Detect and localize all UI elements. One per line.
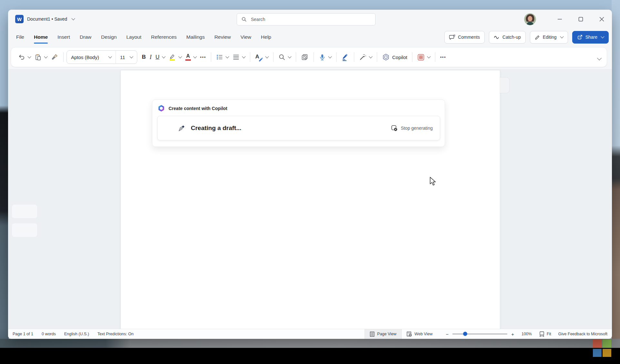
editor-button[interactable] [339, 50, 351, 64]
bold-letter: B [142, 54, 146, 60]
undo-button[interactable] [16, 50, 33, 64]
search-box[interactable] [237, 13, 376, 25]
chevron-down-icon [130, 55, 133, 58]
web-view-label: Web View [415, 332, 433, 336]
chevron-down-icon [178, 55, 182, 58]
chevron-down-icon [601, 35, 604, 38]
tab-design[interactable]: Design [101, 33, 117, 41]
feedback-link[interactable]: Give Feedback to Microsoft [555, 332, 612, 336]
document-canvas[interactable]: Create content with Copilot Creating a d… [8, 69, 612, 329]
copilot-icon [382, 53, 390, 61]
page-view-button[interactable]: Page View [365, 329, 402, 339]
tab-mailings[interactable]: Mailings [186, 33, 205, 41]
styles-button[interactable]: A [253, 50, 270, 64]
desktop-wallpaper-left [0, 0, 9, 364]
bold-button[interactable]: B [140, 50, 148, 64]
dictate-button[interactable] [317, 50, 333, 64]
fit-button[interactable]: Fit [535, 331, 555, 337]
stop-generating-button[interactable]: Stop generating [391, 125, 433, 132]
zoom-in-button[interactable]: + [507, 331, 518, 337]
svg-text:@: @ [453, 34, 455, 37]
page-count[interactable]: Page 1 of 1 [13, 332, 33, 336]
more-toolbar-options-button[interactable]: ••• [438, 50, 448, 64]
copilot-card: Create content with Copilot Creating a d… [152, 99, 445, 147]
toolbar-divider [63, 52, 64, 62]
comments-button[interactable]: @ Comments [444, 31, 485, 44]
text-predictions-status[interactable]: Text Predictions: On [98, 332, 134, 336]
minimize-button[interactable] [553, 12, 567, 26]
tab-layout[interactable]: Layout [126, 33, 142, 41]
word-window: W Document1 • Saved [8, 10, 612, 339]
close-button[interactable] [594, 12, 609, 26]
tab-draw[interactable]: Draw [79, 33, 92, 41]
font-size-select[interactable]: 11 [116, 51, 137, 64]
editing-mode-button[interactable]: Editing [530, 31, 568, 44]
tab-insert[interactable]: Insert [57, 33, 70, 41]
find-magnifier-icon [278, 54, 285, 61]
format-painter-button[interactable] [49, 50, 60, 64]
share-button[interactable]: Share [572, 31, 609, 44]
avatar-image [524, 13, 536, 25]
chevron-down-icon [265, 55, 269, 58]
zoom-out-button[interactable]: − [442, 331, 452, 337]
tab-help[interactable]: Help [261, 33, 272, 41]
catch-up-button[interactable]: Catch-up [489, 31, 526, 44]
find-button[interactable] [276, 50, 293, 64]
zoom-level[interactable]: 100% [518, 332, 535, 336]
underline-button[interactable]: U [154, 50, 167, 64]
styles-icon: A [255, 53, 263, 61]
tab-review[interactable]: Review [214, 33, 231, 41]
ribbon-tab-bar: File Home Insert Draw Design Layout Refe… [8, 28, 612, 46]
font-color-letter: A [186, 54, 190, 59]
tab-references[interactable]: References [151, 33, 177, 41]
collapse-ribbon-button[interactable] [596, 55, 601, 61]
word-logo-letter: W [17, 16, 22, 22]
add-ins-button[interactable] [415, 50, 432, 64]
copilot-button[interactable]: Copilot [380, 50, 409, 64]
status-left: Page 1 of 1 0 words English (U.S.) Text … [8, 332, 134, 336]
pages-search-icon [301, 54, 309, 61]
chevron-down-icon [44, 55, 47, 58]
ribbon-right-actions: @ Comments Catch-up Editing [444, 31, 609, 44]
paste-button[interactable] [33, 50, 49, 64]
toolbar: Aptos (Body) 11 B I U [11, 47, 607, 67]
web-view-button[interactable]: Web View [402, 329, 438, 339]
tab-view[interactable]: View [240, 33, 252, 41]
search-input[interactable] [250, 16, 358, 22]
bullets-button[interactable] [214, 50, 231, 64]
copilot-status-text: Creating a draft... [191, 125, 241, 132]
search-icon [242, 17, 247, 22]
font-name-select[interactable]: Aptos (Body) [67, 51, 116, 64]
status-bar: Page 1 of 1 0 words English (U.S.) Text … [8, 329, 612, 339]
font-color-button[interactable]: A [183, 50, 198, 64]
chevron-down-icon [597, 56, 602, 60]
margin-collapsed-control[interactable] [500, 77, 510, 93]
desktop-wallpaper-right [612, 0, 620, 364]
language-status[interactable]: English (U.S.) [64, 332, 89, 336]
chevron-down-icon [162, 55, 165, 58]
zoom-slider-thumb[interactable] [463, 332, 467, 336]
more-font-options-button[interactable]: ••• [198, 50, 208, 64]
maximize-button[interactable] [574, 12, 588, 26]
avatar[interactable] [524, 13, 536, 25]
microphone-icon [319, 54, 326, 61]
font-group: Aptos (Body) 11 [67, 50, 137, 64]
font-color-icon: A [185, 54, 191, 61]
document-title-menu[interactable]: W Document1 • Saved [15, 15, 75, 23]
word-count[interactable]: 0 words [42, 332, 56, 336]
toolbar-divider [211, 52, 211, 62]
draft-pen-icon [178, 124, 186, 132]
microsoft-logo-red [593, 339, 602, 348]
chevron-down-icon [226, 55, 229, 58]
editing-label: Editing [543, 35, 557, 40]
paragraph-alignment-button[interactable] [231, 50, 247, 64]
italic-button[interactable]: I [148, 50, 154, 64]
tab-file[interactable]: File [16, 33, 25, 41]
zoom-slider[interactable] [452, 329, 507, 339]
add-ins-grid-icon [417, 54, 425, 61]
auto-format-button[interactable] [357, 50, 374, 64]
highlight-button[interactable] [167, 50, 183, 64]
highlighter-icon [169, 54, 176, 61]
tab-home[interactable]: Home [34, 33, 48, 41]
preview-pages-button[interactable] [299, 50, 311, 64]
